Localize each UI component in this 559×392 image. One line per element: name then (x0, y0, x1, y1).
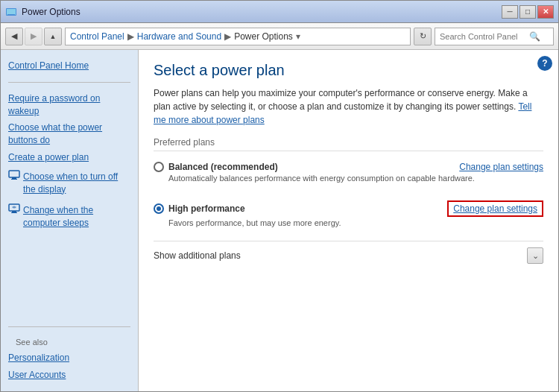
search-icon[interactable]: 🔍 (529, 31, 540, 42)
svg-rect-1 (7, 9, 16, 15)
balanced-plan-header: Balanced (recommended) Change plan setti… (154, 162, 543, 172)
sidebar-power-buttons[interactable]: Choose what the power buttons do (8, 119, 130, 149)
title-bar-buttons: ─ □ ✕ (502, 5, 554, 19)
window-icon (5, 6, 17, 18)
balanced-change-settings[interactable]: Change plan settings (459, 162, 543, 172)
title-bar: Power Options ─ □ ✕ (1, 1, 558, 23)
breadcrumb: Control Panel ▶ Hardware and Sound ▶ Pow… (65, 28, 411, 45)
sidebar-control-panel-home[interactable]: Control Panel Home (8, 57, 130, 75)
nav-buttons: ◀ ▶ ▲ (5, 28, 62, 45)
sidebar-require-password[interactable]: Require a password on wakeup (8, 90, 130, 120)
search-input[interactable] (440, 32, 529, 41)
refresh-button[interactable]: ↻ (414, 28, 432, 45)
content-area: ? Select a power plan Power plans can he… (139, 50, 558, 391)
sidebar-turn-off-display[interactable]: Choose when to turn off the display (23, 168, 130, 198)
sidebar-user-accounts[interactable]: User Accounts (8, 367, 130, 384)
back-button[interactable]: ◀ (5, 28, 23, 45)
balanced-radio[interactable] (154, 162, 164, 172)
high-performance-radio[interactable] (154, 203, 164, 214)
balanced-plan: Balanced (recommended) Change plan setti… (154, 157, 543, 187)
sidebar-create-power-plan[interactable]: Create a power plan (8, 149, 130, 166)
intro-description: Power plans can help you maximize your c… (154, 88, 528, 112)
sidebar-computer-sleeps-item: Change when the computer sleeps (8, 200, 130, 234)
monitor-icon (8, 169, 20, 181)
svg-rect-5 (11, 179, 17, 180)
help-button[interactable]: ? (537, 56, 552, 71)
balanced-plan-left: Balanced (recommended) (154, 162, 278, 172)
sleep-icon (8, 203, 20, 215)
sidebar-top: Control Panel Home Require a password on… (1, 57, 138, 234)
high-performance-plan-name: High performance (168, 203, 245, 214)
intro-text: Power plans can help you maximize your c… (154, 86, 543, 127)
breadcrumb-control-panel[interactable]: Control Panel (70, 31, 124, 42)
svg-rect-3 (9, 171, 19, 177)
see-also-label: See also (8, 335, 130, 350)
forward-button[interactable]: ▶ (25, 28, 42, 45)
expand-button[interactable]: ⌄ (527, 247, 543, 264)
sidebar-see-also: See also Personalization User Accounts (1, 319, 138, 384)
show-additional-label: Show additional plans (154, 250, 241, 261)
minimize-button[interactable]: ─ (502, 5, 518, 19)
address-bar: ◀ ▶ ▲ Control Panel ▶ Hardware and Sound… (1, 23, 558, 50)
sidebar-turn-off-display-item: Choose when to turn off the display (8, 166, 130, 200)
breadcrumb-hardware-sound[interactable]: Hardware and Sound (137, 31, 221, 42)
high-performance-change-settings[interactable]: Change plan settings (447, 200, 543, 217)
sidebar: Control Panel Home Require a password on… (1, 50, 139, 391)
balanced-plan-name: Balanced (recommended) (168, 162, 278, 172)
search-box: 🔍 (435, 28, 554, 45)
close-button[interactable]: ✕ (537, 5, 554, 19)
show-additional-plans: Show additional plans ⌄ (154, 241, 543, 264)
title-bar-left: Power Options (5, 6, 80, 18)
svg-rect-4 (12, 177, 16, 179)
sidebar-computer-sleeps[interactable]: Change when the computer sleeps (23, 202, 130, 232)
maximize-button[interactable]: □ (519, 5, 536, 19)
window-title: Power Options (22, 7, 80, 17)
high-performance-plan-header: High performance Change plan settings (154, 200, 543, 217)
up-button[interactable]: ▲ (44, 28, 62, 45)
svg-rect-7 (12, 211, 16, 212)
svg-rect-8 (11, 212, 17, 213)
page-title: Select a power plan (154, 62, 543, 79)
high-performance-plan: High performance Change plan settings Fa… (154, 196, 543, 232)
sidebar-personalization[interactable]: Personalization (8, 350, 130, 367)
breadcrumb-current: Power Options (234, 31, 293, 42)
svg-rect-2 (7, 14, 15, 15)
main-content: Control Panel Home Require a password on… (1, 50, 558, 391)
high-performance-plan-desc: Favors performance, but may use more ene… (168, 218, 543, 227)
balanced-plan-desc: Automatically balances performance with … (168, 174, 543, 183)
main-window: Power Options ─ □ ✕ ◀ ▶ ▲ Control Panel … (0, 0, 559, 392)
high-performance-plan-left: High performance (154, 203, 245, 214)
preferred-plans-label: Preferred plans (154, 137, 543, 151)
